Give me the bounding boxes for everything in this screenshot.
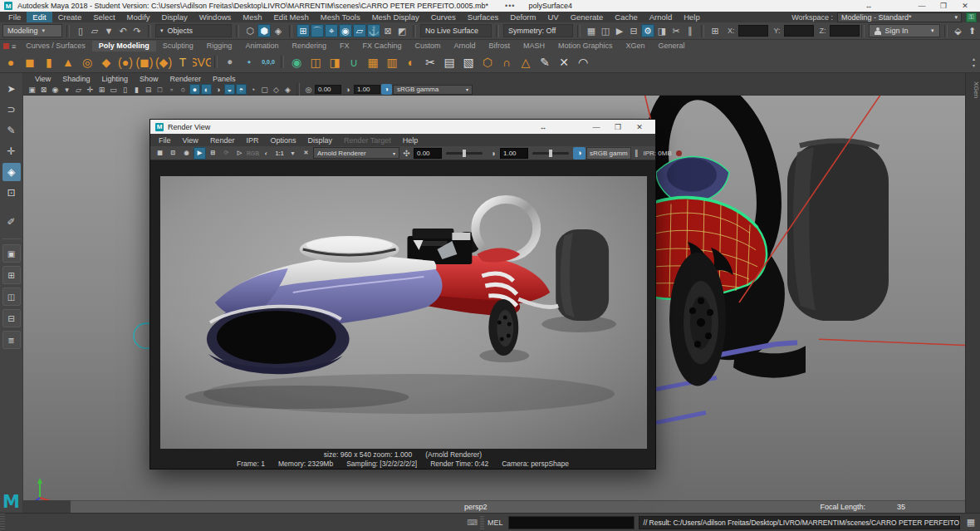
layout-persp-outliner[interactable]: ◫ (2, 288, 21, 306)
lock-selection-icon[interactable]: ⊠ (381, 24, 394, 37)
textured-icon[interactable]: ◐ (201, 84, 212, 95)
move-tool[interactable]: ✛ (2, 142, 21, 160)
snap-view-plane-icon[interactable]: ▱ (353, 24, 366, 37)
shelf-tab[interactable]: Poly Modeling (92, 41, 156, 52)
menu-item[interactable]: Curves (425, 12, 462, 22)
select-camera-icon[interactable]: ▣ (27, 84, 37, 95)
safe-title-icon[interactable]: ▫ (166, 84, 177, 95)
contrast-icon[interactable]: ◑ (487, 147, 499, 160)
color-management-toggle[interactable]: ◑ (381, 84, 392, 95)
poly-sphere-icon[interactable]: ● (2, 53, 20, 71)
live-surface-field[interactable]: No Live Surface (420, 24, 492, 37)
smooth-icon[interactable]: ▦ (364, 53, 382, 71)
drag-handle[interactable] (0, 514, 5, 531)
joints-xray-icon[interactable]: ◈ (282, 84, 293, 95)
ipr-render-icon[interactable]: ▶ (613, 24, 626, 37)
svg-tool-icon[interactable]: SVG (193, 53, 211, 71)
render-sequence-icon[interactable]: ⊟ (207, 147, 219, 160)
lasso-tool[interactable]: ⊃ (2, 101, 21, 119)
gamma-icon[interactable]: ◑ (342, 84, 353, 95)
extract-icon[interactable]: ◨ (326, 53, 344, 71)
layout-single-pane[interactable]: ▣ (2, 244, 21, 263)
insert-edge-loop-icon[interactable]: ▤ (440, 53, 458, 71)
mirror-icon[interactable]: ◐ (402, 53, 420, 71)
poly-cone-icon[interactable]: ▲ (59, 53, 77, 71)
render-view-menu-item[interactable]: View (177, 136, 204, 145)
scroll-up-icon[interactable]: ▴ (973, 56, 975, 61)
render-view-menu-item[interactable]: Help (397, 136, 424, 145)
use-lights-icon[interactable]: ◑ (213, 84, 223, 95)
bevel-icon[interactable]: ⬡ (478, 53, 497, 71)
resolution-gate-icon[interactable]: ▯ (120, 84, 130, 95)
render-view-titlebar[interactable]: M Render View ↔ — ❐ ✕ (150, 120, 655, 134)
selection-mask-dropdown[interactable]: ▾ Objects (155, 24, 232, 37)
menu-item[interactable]: File (2, 12, 27, 22)
undo-icon[interactable]: ↶ (116, 24, 130, 37)
field-chart-icon[interactable]: ⊟ (143, 84, 154, 95)
minimize-button[interactable]: — (911, 2, 933, 10)
rv-restore-button[interactable]: ❐ (607, 123, 629, 131)
menu-item[interactable]: Mesh Tools (315, 12, 366, 22)
menu-item[interactable]: Cache (609, 12, 643, 22)
shelf-tab[interactable]: FX (333, 41, 356, 52)
shelf-tab[interactable]: Motion Graphics (551, 41, 620, 52)
menu-item[interactable]: Arnold (644, 12, 678, 22)
exposure-icon[interactable]: ✣ (400, 147, 413, 160)
drag-handle[interactable] (480, 516, 484, 529)
image-plane-icon[interactable]: ▱ (73, 84, 84, 95)
layout-four-pane[interactable]: ⊞ (2, 266, 21, 284)
new-scene-icon[interactable]: ▯ (74, 24, 87, 37)
gate-mask-icon[interactable]: ▮ (131, 84, 142, 95)
contrast-field[interactable]: 1.00 (500, 148, 528, 159)
poly-cube-icon[interactable]: ◼ (21, 53, 39, 71)
rgb-channels-icon[interactable]: RGB (247, 147, 259, 160)
command-result-field[interactable]: // Result: C:/Users/Adilson Freitas/Desk… (639, 516, 960, 529)
sculpt-shelf-icon[interactable]: ◠ (574, 53, 592, 71)
separate-icon[interactable]: ◫ (306, 53, 325, 71)
ipr-render-icon[interactable]: ▷ (233, 147, 246, 160)
menu-item[interactable]: Surfaces (462, 12, 505, 22)
paint-select-tool[interactable]: ✎ (2, 121, 21, 140)
exposure-icon[interactable]: ◎ (303, 84, 314, 95)
sign-in-button[interactable]: Sign In ▾ (869, 24, 940, 37)
x-input[interactable] (738, 25, 768, 37)
shelf-tab[interactable]: Animation (238, 41, 285, 52)
viewport-menu-item[interactable]: Show (135, 75, 164, 83)
viewport-menu-item[interactable]: View (30, 75, 56, 83)
pause-viewport-icon[interactable]: ∥ (684, 24, 697, 37)
snap-projected-center-icon[interactable]: ◉ (339, 24, 352, 37)
render-view-menu-item[interactable]: Options (264, 136, 301, 145)
menu-item[interactable]: Generate (565, 12, 610, 22)
rv-close-button[interactable]: ✕ (629, 123, 650, 131)
open-render-view-icon[interactable]: ▦ (585, 24, 598, 37)
pause-ipr-icon[interactable]: ∥ (632, 149, 641, 157)
shelf-tab[interactable]: FX Caching (355, 41, 408, 52)
menu-item[interactable]: UV (541, 12, 564, 22)
render-sequence-icon[interactable]: ⊟ (627, 24, 640, 37)
snap-together-icon[interactable]: ⌖ (240, 53, 258, 71)
restore-button[interactable]: ❐ (933, 2, 954, 10)
workspace-dropdown[interactable]: Modeling - Standard* ▾ (837, 12, 962, 22)
render-view-menu-item[interactable]: Display (301, 136, 338, 145)
viewport-menu-item[interactable]: Panels (208, 75, 241, 83)
shelf-tab[interactable]: Arnold (448, 41, 483, 52)
shelf-tab[interactable]: Rigging (200, 41, 239, 52)
colorspace-field[interactable]: sRGB gamm (586, 147, 631, 160)
menu-set-dropdown[interactable]: Modeling ▾ (2, 24, 62, 37)
zero-transforms-icon[interactable]: 0,0,0 (259, 53, 277, 71)
contrast-slider[interactable] (532, 152, 569, 155)
shelf-tab[interactable]: Curves / Surfaces (19, 41, 92, 52)
render-view-menu-item[interactable]: File (153, 136, 177, 145)
scroll-down-icon[interactable]: ▾ (973, 62, 975, 68)
close-button[interactable]: ✕ (954, 2, 976, 10)
snap-grid-icon[interactable]: ⊞ (296, 24, 310, 37)
xyz-mode-icon[interactable]: ⊞ (708, 24, 722, 37)
target-weld-icon[interactable]: ✕ (555, 53, 573, 71)
y-input[interactable] (784, 25, 814, 37)
camera-attributes-icon[interactable]: ◉ (50, 84, 61, 95)
z-input[interactable] (830, 25, 860, 37)
rv-minimize-button[interactable]: — (586, 123, 607, 131)
menu-item[interactable]: Display (156, 12, 194, 22)
select-tool[interactable]: ➤ (2, 80, 21, 98)
shadows-icon[interactable]: ◒ (224, 84, 235, 95)
